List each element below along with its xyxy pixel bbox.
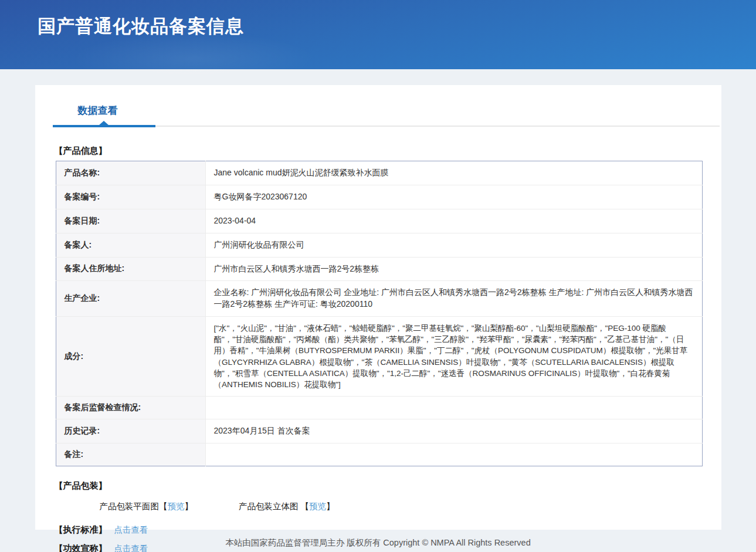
- table-row: 生产企业:企业名称: 广州润研化妆品有限公司 企业地址: 广州市白云区人和镇秀水…: [56, 281, 702, 317]
- packaging-item-stereo: 产品包装立体图 【预览】: [239, 501, 335, 512]
- tab-data-view[interactable]: 数据查看: [78, 104, 118, 117]
- table-row: 成分:["水"，"火山泥"，"甘油"，"液体石蜡"，"鲸蜡硬脂醇"，"聚二甲基硅…: [56, 317, 702, 397]
- table-row: 备案日期:2023-04-04: [56, 209, 702, 233]
- field-value: 广州润研化妆品有限公司: [205, 233, 702, 257]
- preview-link-stereo[interactable]: 预览: [309, 502, 326, 511]
- tab-underline: [35, 125, 721, 127]
- view-standards-link[interactable]: 点击查看: [114, 525, 148, 534]
- bracket-close: 】: [185, 502, 194, 511]
- packaging-item-flat: 产品包装平面图【预览】: [100, 501, 194, 512]
- packaging-section-title: 【产品包装】: [55, 480, 721, 492]
- field-value: 粤G妆网备字2023067120: [205, 185, 702, 209]
- preview-link-flat[interactable]: 预览: [168, 502, 185, 511]
- field-label: 历史记录:: [56, 419, 205, 443]
- field-value: [205, 397, 702, 419]
- field-value: 2023年04月15日 首次备案: [205, 419, 702, 443]
- field-label: 生产企业:: [56, 281, 205, 317]
- efficacy-row: 【功效宣称】点击查看: [55, 543, 721, 552]
- table-row: 备案后监督检查情况:: [56, 397, 702, 419]
- bracket-open: 【: [159, 502, 168, 511]
- bracket-open: 【: [301, 502, 310, 511]
- efficacy-label: 【功效宣称】: [55, 543, 107, 552]
- field-label: 备案人住所地址:: [56, 257, 205, 281]
- product-info-table-wrap: 产品名称:Jane volcanic mud妍泥火山泥舒缓紧致补水面膜备案编号:…: [56, 161, 703, 466]
- packaging-row: 产品包装平面图【预览】 产品包装立体图 【预览】: [100, 501, 721, 512]
- table-row: 历史记录:2023年04月15日 首次备案: [56, 419, 702, 443]
- table-row: 备案人:广州润研化妆品有限公司: [56, 233, 702, 257]
- table-row: 备注:: [56, 443, 702, 466]
- field-value: [205, 443, 702, 466]
- field-value: 企业名称: 广州润研化妆品有限公司 企业地址: 广州市白云区人和镇秀水塘西一路2…: [205, 281, 702, 317]
- tab-pointer-icon: [99, 121, 109, 126]
- field-value: 广州市白云区人和镇秀水塘西一路2号2栋整栋: [205, 257, 702, 281]
- packaging-stereo-label: 产品包装立体图: [239, 502, 301, 511]
- packaging-flat-label: 产品包装平面图: [100, 502, 160, 511]
- field-label: 备注:: [56, 443, 205, 466]
- table-row: 备案编号:粤G妆网备字2023067120: [56, 185, 702, 209]
- product-info-section-title: 【产品信息】: [55, 145, 721, 157]
- bracket-close: 】: [326, 502, 335, 511]
- field-value: Jane volcanic mud妍泥火山泥舒缓紧致补水面膜: [205, 161, 702, 185]
- content-card: 数据查看 【产品信息】 产品名称:Jane volcanic mud妍泥火山泥舒…: [35, 85, 721, 530]
- page-header: 国产普通化妆品备案信息: [0, 0, 756, 69]
- field-label: 产品名称:: [56, 161, 205, 185]
- standards-row: 【执行标准】点击查看: [55, 524, 721, 536]
- product-info-table: 产品名称:Jane volcanic mud妍泥火山泥舒缓紧致补水面膜备案编号:…: [56, 161, 703, 466]
- field-label: 备案后监督检查情况:: [56, 397, 205, 419]
- table-row: 备案人住所地址:广州市白云区人和镇秀水塘西一路2号2栋整栋: [56, 257, 702, 281]
- field-label: 备案人:: [56, 233, 205, 257]
- view-efficacy-link[interactable]: 点击查看: [114, 544, 148, 552]
- page-title: 国产普通化妆品备案信息: [38, 14, 244, 39]
- field-value: ["水"，"火山泥"，"甘油"，"液体石蜡"，"鲸蜡硬脂醇"，"聚二甲基硅氧烷"…: [205, 317, 702, 397]
- field-value: 2023-04-04: [205, 209, 702, 233]
- table-row: 产品名称:Jane volcanic mud妍泥火山泥舒缓紧致补水面膜: [56, 161, 702, 185]
- standards-label: 【执行标准】: [55, 524, 107, 534]
- field-label: 备案编号:: [56, 185, 205, 209]
- field-label: 成分:: [56, 317, 205, 397]
- field-label: 备案日期:: [56, 209, 205, 233]
